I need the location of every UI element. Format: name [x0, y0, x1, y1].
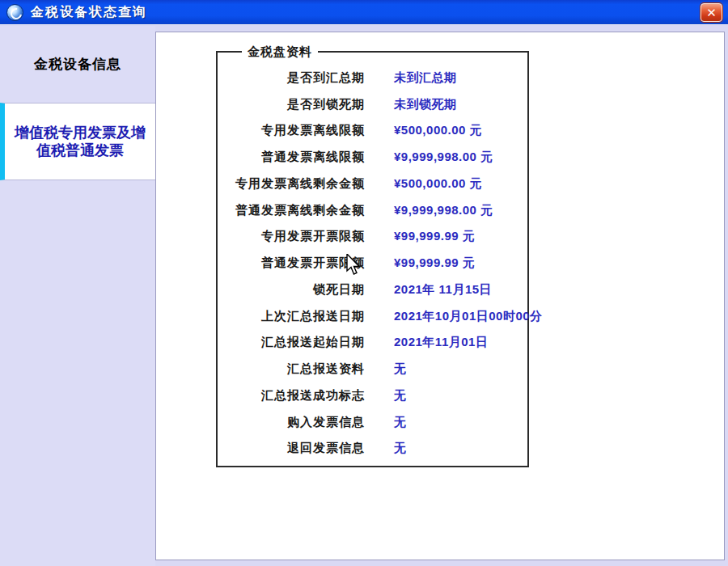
- info-row-label: 汇总报送资料: [218, 361, 365, 377]
- info-row-value: ¥9,999,998.00 元: [394, 203, 493, 218]
- info-row-label: 专用发票开票限额: [218, 229, 365, 244]
- sidebar-item-device-info[interactable]: 金税设备信息: [0, 26, 155, 103]
- info-row-value: 未到锁死期: [394, 97, 457, 112]
- info-row-value: ¥500,000.00 元: [394, 123, 482, 138]
- title-bar: 金税设备状态查询 ✕: [0, 0, 728, 25]
- info-row: 是否到锁死期未到锁死期: [218, 91, 527, 118]
- info-row-value: ¥99,999.99 元: [394, 256, 475, 271]
- info-row: 购入发票信息无: [218, 409, 527, 436]
- info-row: 专用发票离线限额¥500,000.00 元: [218, 118, 527, 145]
- close-button[interactable]: ✕: [700, 3, 722, 22]
- info-row: 普通发票离线限额¥9,999,998.00 元: [218, 144, 527, 171]
- window-title: 金税设备状态查询: [31, 4, 147, 21]
- info-row-value: ¥500,000.00 元: [394, 176, 482, 192]
- info-row: 普通发票开票限额¥99,999.99 元: [218, 250, 527, 277]
- info-row-label: 普通发票开票限额: [218, 256, 365, 271]
- info-row-value: 2021年 11月15日: [394, 282, 492, 298]
- groupbox-title: 金税盘资料: [242, 44, 318, 60]
- window: { "window": { "title": "金税设备状态查询", "clos…: [0, 0, 728, 566]
- groupbox-rows: 是否到汇总期未到汇总期是否到锁死期未到锁死期专用发票离线限额¥500,000.0…: [218, 53, 527, 462]
- info-row-value: 无: [394, 388, 407, 403]
- info-row-value: 2021年11月01日: [394, 335, 488, 350]
- info-row: 专用发票开票限额¥99,999.99 元: [218, 224, 527, 251]
- info-row: 专用发票离线剩余金额¥500,000.00 元: [218, 171, 527, 197]
- close-icon: ✕: [706, 6, 717, 19]
- info-row: 汇总报送成功标志无: [218, 382, 527, 409]
- sidebar: 金税设备信息 增值税专用发票及增值税普通发票: [0, 26, 155, 566]
- info-row-label: 是否到锁死期: [218, 97, 365, 112]
- info-row-label: 锁死日期: [218, 282, 365, 298]
- info-row-value: 无: [394, 441, 407, 456]
- info-row-label: 汇总报送起始日期: [218, 335, 365, 350]
- sidebar-item-label: 增值税专用发票及增值税普通发票: [11, 124, 149, 160]
- info-row-value: 无: [394, 415, 407, 430]
- info-row-label: 专用发票离线限额: [218, 123, 365, 138]
- info-row: 退回发票信息无: [218, 436, 527, 463]
- app-icon: [6, 4, 23, 21]
- info-row: 锁死日期2021年 11月15日: [218, 277, 527, 303]
- info-row-label: 普通发票离线剩余金额: [218, 203, 365, 218]
- info-row-label: 专用发票离线剩余金额: [218, 176, 365, 192]
- info-row: 上次汇总报送日期2021年10月01日00时00分: [218, 303, 527, 330]
- info-row: 汇总报送资料无: [218, 356, 527, 382]
- info-row-label: 汇总报送成功标志: [218, 388, 365, 403]
- tax-disk-info-groupbox: 金税盘资料 是否到汇总期未到汇总期是否到锁死期未到锁死期专用发票离线限额¥500…: [216, 51, 529, 467]
- info-row-label: 是否到汇总期: [218, 70, 365, 86]
- info-row-value: 未到汇总期: [394, 70, 457, 86]
- sidebar-item-label: 金税设备信息: [34, 55, 121, 74]
- info-row: 汇总报送起始日期2021年11月01日: [218, 330, 527, 357]
- info-row: 是否到汇总期未到汇总期: [218, 65, 527, 91]
- info-row-label: 退回发票信息: [218, 441, 365, 456]
- info-row: 普通发票离线剩余金额¥9,999,998.00 元: [218, 197, 527, 224]
- info-row-value: ¥9,999,998.00 元: [394, 150, 493, 165]
- info-row-label: 上次汇总报送日期: [218, 309, 365, 324]
- content-panel: 金税盘资料 是否到汇总期未到汇总期是否到锁死期未到锁死期专用发票离线限额¥500…: [155, 32, 725, 560]
- info-row-value: 无: [394, 361, 407, 377]
- info-row-value: ¥99,999.99 元: [394, 229, 475, 244]
- info-row-label: 普通发票离线限额: [218, 150, 365, 165]
- sidebar-item-vat-invoices[interactable]: 增值税专用发票及增值税普通发票: [0, 103, 155, 180]
- info-row-label: 购入发票信息: [218, 415, 365, 430]
- info-row-value: 2021年10月01日00时00分: [394, 309, 543, 324]
